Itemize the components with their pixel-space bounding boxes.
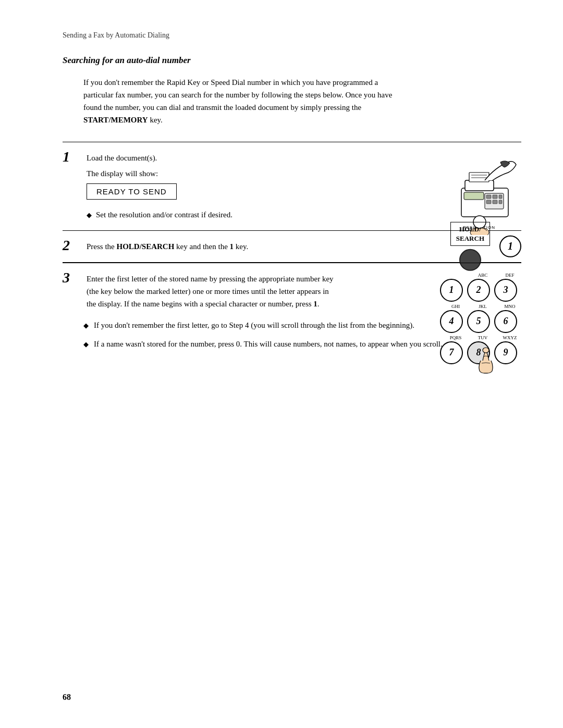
step-1-number: 1 bbox=[63, 150, 82, 164]
section-title: Searching for an auto-dial number bbox=[63, 55, 521, 66]
step-3-number: 3 bbox=[63, 270, 82, 285]
svg-rect-12 bbox=[464, 192, 484, 200]
key-pad-7: 7 bbox=[440, 341, 463, 364]
page-number: 68 bbox=[63, 693, 71, 702]
key-pad-2: 2 bbox=[467, 279, 490, 302]
keypad-illustration: ABC DEF 1 2 3 GHI JKL MNO bbox=[440, 273, 521, 366]
svg-point-18 bbox=[483, 348, 489, 353]
key-pad-5: 5 bbox=[467, 310, 490, 333]
page: Sending a Fax by Automatic Dialing Searc… bbox=[0, 0, 563, 728]
key-pad-4: 4 bbox=[440, 310, 463, 333]
svg-rect-6 bbox=[486, 195, 491, 199]
svg-rect-8 bbox=[499, 195, 502, 199]
key-pad-6: 6 bbox=[494, 310, 517, 333]
svg-rect-9 bbox=[486, 200, 491, 204]
ready-to-send-display: READY TO SEND bbox=[87, 183, 177, 200]
svg-rect-7 bbox=[493, 195, 497, 199]
svg-rect-11 bbox=[499, 200, 502, 204]
step-3-bullet-1: ◆ If you don't remember the first letter… bbox=[83, 319, 469, 331]
step-3-text: Enter the first letter of the stored nam… bbox=[87, 273, 337, 310]
hand-press-icon bbox=[470, 345, 501, 376]
step-2-text: Press the HOLD/SEARCH key and then the 1… bbox=[87, 240, 337, 253]
key-1: 1 bbox=[499, 236, 521, 257]
step-3-bullet-2: ◆ If a name wasn't stored for the number… bbox=[83, 338, 469, 350]
step-2-block: 2 Press the HOLD/SEARCH key and then the… bbox=[63, 231, 521, 263]
step-1-text: Load the document(s). bbox=[87, 152, 337, 164]
key-pad-1: 1 bbox=[440, 279, 463, 302]
svg-rect-10 bbox=[493, 200, 497, 204]
step-3-bullets: ◆ If you don't remember the first letter… bbox=[83, 319, 469, 350]
page-header: Sending a Fax by Automatic Dialing bbox=[63, 31, 521, 40]
key-pad-3: 3 bbox=[494, 279, 517, 302]
hold-search-label: HOLD/SEARCH bbox=[450, 221, 490, 245]
svg-rect-2 bbox=[469, 172, 489, 182]
step-3-block: 3 Enter the first letter of the stored n… bbox=[63, 263, 521, 362]
step-2-number: 2 bbox=[63, 238, 82, 253]
intro-paragraph: If you don't remember the Rapid Key or S… bbox=[83, 76, 407, 126]
step-1-bullet: ◆ Set the resolution and/or contrast if … bbox=[87, 209, 337, 221]
step-1-block: 1 Load the document(s). The display will… bbox=[63, 142, 521, 231]
